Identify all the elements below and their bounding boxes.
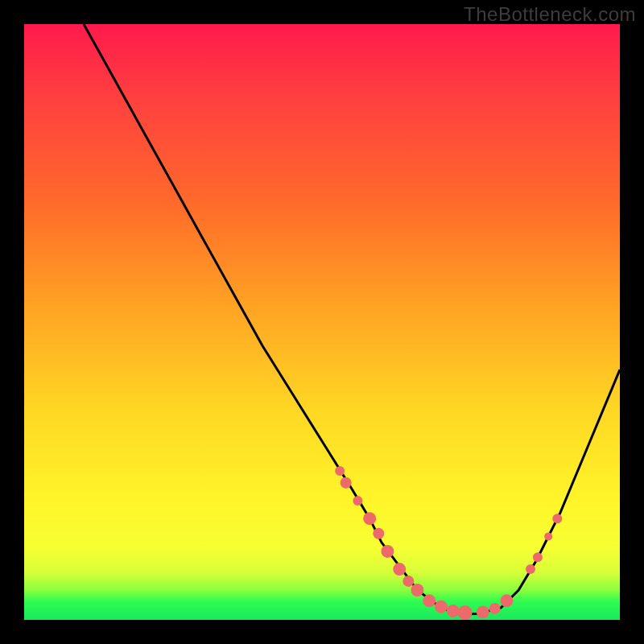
curve-marker [373,528,384,539]
curve-marker [526,564,535,574]
curve-marker [381,545,394,558]
bottleneck-curve [84,24,620,614]
curve-markers [335,466,562,620]
curve-marker [363,512,376,525]
curve-marker [500,594,513,607]
plot-area [24,24,620,620]
curve-layer [24,24,620,620]
curve-marker [489,603,501,614]
curve-marker [533,552,543,562]
watermark-text: TheBottleneck.com [464,3,636,26]
chart-stage: TheBottleneck.com [0,0,644,644]
curve-marker [411,584,423,597]
curve-marker [353,496,362,506]
curve-marker [544,532,552,540]
curve-marker [341,477,352,489]
curve-marker [335,466,345,476]
curve-marker [423,594,436,607]
curve-marker [458,605,473,620]
curve-marker [435,601,448,613]
curve-marker [393,563,406,576]
curve-marker [477,605,489,618]
curve-marker [447,605,460,617]
curve-marker [552,514,562,523]
curve-marker [402,576,414,587]
